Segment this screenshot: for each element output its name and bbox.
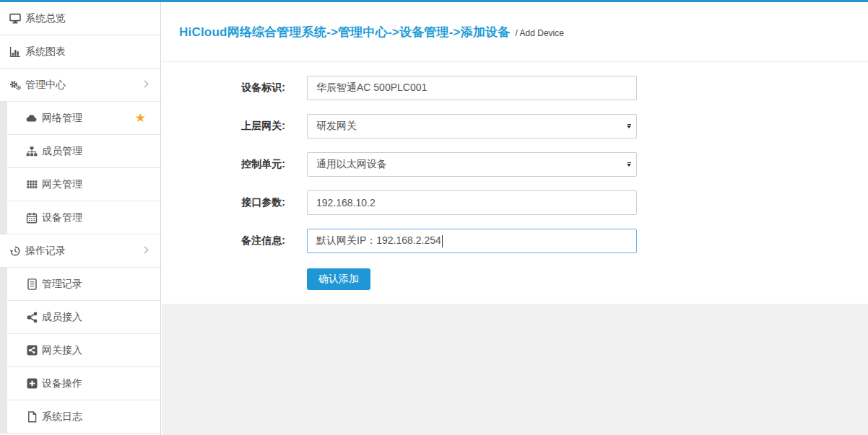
form-row-remarks: 备注信息: 默认网关IP：192.168.2.254 — [230, 229, 868, 253]
sidebar-item-label: 系统日志 — [42, 410, 82, 423]
add-device-form: 设备标识: 上层网关: 研发网关 控制单元: 通用以太网设备 接口参数: 备注信… — [162, 62, 868, 304]
sidebar-item-label: 系统图表 — [25, 45, 66, 58]
form-row-control-unit: 控制单元: 通用以太网设备 — [230, 152, 868, 177]
upper-gateway-select[interactable]: 研发网关 — [307, 114, 637, 139]
share-icon — [25, 312, 38, 323]
gears-icon — [9, 79, 22, 91]
chevron-right-icon — [142, 80, 149, 87]
sidebar-item-device-management[interactable]: 设备管理 — [0, 201, 160, 234]
page-subtitle: / Add Device — [516, 28, 564, 38]
control-unit-select[interactable]: 通用以太网设备 — [307, 152, 637, 177]
sidebar: 系统总览 系统图表 管理中心 网络管理 ★ 成员管理 网关管理 — [0, 2, 161, 435]
sidebar-item-network-management[interactable]: 网络管理 ★ — [0, 102, 160, 135]
text-cursor — [442, 235, 443, 247]
sidebar-item-device-operations[interactable]: 设备操作 — [0, 367, 160, 400]
form-row-upper-gateway: 上层网关: 研发网关 — [230, 114, 868, 139]
sidebar-item-label: 系统总览 — [25, 12, 66, 25]
interface-params-label: 接口参数: — [230, 196, 285, 209]
sidebar-item-admin-center[interactable]: 管理中心 — [0, 69, 160, 102]
sidebar-item-label: 设备管理 — [42, 211, 82, 224]
device-id-input[interactable] — [307, 76, 637, 100]
grid-icon — [25, 179, 38, 190]
page-header: HiCloud网络综合管理系统->管理中心->设备管理->添加设备 / Add … — [162, 2, 868, 62]
sidebar-item-system-overview[interactable]: 系统总览 — [0, 2, 160, 35]
sidebar-item-label: 网关接入 — [42, 344, 82, 357]
sidebar-item-operation-records[interactable]: 操作记录 — [0, 234, 160, 268]
dropdown-arrow-icon — [627, 124, 631, 128]
sidebar-item-member-access[interactable]: 成员接入 — [0, 301, 160, 334]
sidebar-item-system-charts[interactable]: 系统图表 — [0, 35, 160, 69]
file-text-icon — [25, 278, 38, 290]
history-icon — [9, 245, 22, 257]
control-unit-selected-value: 通用以太网设备 — [316, 158, 387, 171]
share-square-icon — [25, 345, 38, 356]
main-content: HiCloud网络综合管理系统->管理中心->设备管理->添加设备 / Add … — [162, 2, 868, 435]
sidebar-item-label: 设备操作 — [42, 377, 82, 390]
confirm-add-button[interactable]: 确认添加 — [307, 268, 370, 290]
sidebar-item-label: 网关管理 — [42, 178, 82, 191]
interface-params-input[interactable] — [307, 190, 637, 215]
sidebar-item-admin-records[interactable]: 管理记录 — [0, 268, 160, 301]
top-accent-bar — [0, 0, 868, 2]
remarks-label: 备注信息: — [230, 234, 285, 247]
form-row-device-id: 设备标识: — [230, 76, 868, 100]
sidebar-item-gateway-access[interactable]: 网关接入 — [0, 334, 160, 367]
dropdown-arrow-icon — [627, 162, 631, 167]
remarks-input[interactable]: 默认网关IP：192.168.2.254 — [307, 229, 637, 253]
sidebar-item-label: 管理中心 — [25, 79, 66, 92]
sidebar-item-gateway-management[interactable]: 网关管理 — [0, 168, 160, 201]
sidebar-item-label: 操作记录 — [25, 245, 66, 258]
chevron-right-icon — [142, 246, 149, 253]
sidebar-item-label: 成员接入 — [42, 311, 82, 324]
upper-gateway-label: 上层网关: — [230, 120, 285, 133]
breadcrumb: HiCloud网络综合管理系统->管理中心->设备管理->添加设备 — [179, 24, 511, 40]
upper-gateway-selected-value: 研发网关 — [316, 120, 357, 133]
file-icon — [25, 411, 38, 423]
sidebar-item-label: 管理记录 — [42, 278, 82, 291]
sitemap-icon — [25, 146, 38, 157]
sidebar-item-label: 网络管理 — [42, 112, 82, 125]
plus-square-icon — [25, 378, 38, 390]
favorite-star-icon[interactable]: ★ — [135, 111, 146, 123]
sidebar-item-member-management[interactable]: 成员管理 — [0, 135, 160, 168]
device-id-label: 设备标识: — [230, 82, 285, 95]
remarks-value: 默认网关IP：192.168.2.254 — [316, 234, 441, 247]
bar-chart-icon — [9, 46, 22, 58]
form-row-interface-params: 接口参数: — [230, 190, 868, 215]
calendar-icon — [25, 212, 38, 224]
cloud-icon — [25, 113, 38, 124]
desktop-icon — [9, 13, 22, 25]
control-unit-label: 控制单元: — [230, 158, 285, 171]
sidebar-item-system-logs[interactable]: 系统日志 — [0, 400, 160, 434]
sidebar-item-label: 成员管理 — [42, 145, 82, 158]
